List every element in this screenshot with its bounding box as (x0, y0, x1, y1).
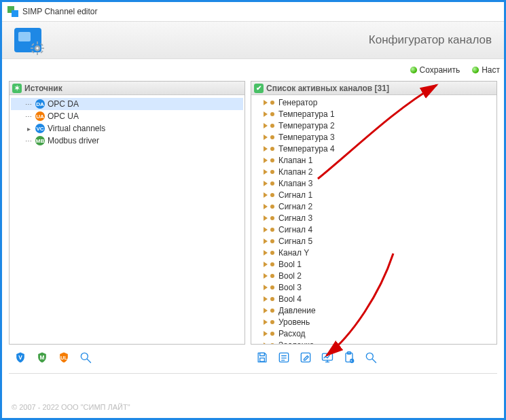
channel-item[interactable]: Сигнал 3 (251, 212, 496, 224)
source-item[interactable]: ⋯UAOPC UA (11, 110, 243, 122)
tag-icon (264, 192, 269, 198)
tag-icon (264, 146, 269, 152)
search-icon (79, 351, 92, 364)
status-dot-icon (472, 67, 479, 73)
channel-item[interactable]: Уровень (251, 316, 496, 328)
protocol-icon: UA (35, 111, 45, 121)
shield-m-button[interactable]: M (35, 350, 50, 365)
svg-rect-7 (31, 50, 34, 53)
svg-point-9 (36, 47, 38, 49)
chart-button[interactable] (320, 350, 335, 365)
channel-item[interactable]: Bool 2 (251, 270, 496, 281)
channel-item[interactable]: Температура 2 (251, 120, 496, 131)
active-channels-list[interactable]: ГенераторТемпература 1Температура 2Темпе… (251, 95, 496, 344)
protocol-icon: VC (35, 124, 45, 133)
source-item[interactable]: ⋯MBModbus driver (11, 135, 243, 147)
tag-icon (264, 181, 269, 186)
tag-icon (264, 250, 269, 256)
source-item-label: Virtual channels (48, 124, 105, 133)
tag-icon (270, 251, 274, 255)
channel-item[interactable]: Клапан 1 (251, 154, 496, 166)
svg-line-14 (88, 360, 91, 363)
shield-ul-button[interactable]: UL (56, 350, 71, 365)
channel-item[interactable]: Температура 3 (251, 131, 496, 143)
tag-icon (270, 205, 274, 209)
save-button[interactable]: Сохранить (410, 65, 460, 75)
channel-item[interactable]: Сигнал 1 (251, 189, 496, 200)
settings-label: Наст (482, 65, 500, 75)
tag-icon (264, 135, 269, 140)
footer-copyright: © 2007 - 2022 ООО "СИМП ЛАЙТ" (12, 403, 130, 411)
tag-icon (264, 273, 269, 279)
tag-icon (270, 309, 274, 313)
save-label: Сохранить (420, 65, 460, 75)
source-tree[interactable]: ⋯DAOPC DA⋯UAOPC UA▸VCVirtual channels⋯MB… (10, 95, 245, 344)
source-panel-header: ✶ Источник (10, 82, 245, 95)
channel-label: Давление (278, 306, 316, 315)
svg-rect-3 (31, 48, 33, 49)
channel-item[interactable]: Bool 3 (251, 281, 496, 293)
search-button[interactable] (78, 350, 93, 365)
channel-item[interactable]: Сигнал 5 (251, 235, 496, 247)
channel-item[interactable]: Температура 1 (251, 108, 496, 120)
channel-label: Bool 3 (278, 283, 302, 292)
chart-icon (321, 351, 334, 364)
active-panel-header: ✔ Список активных каналов [31] (251, 82, 496, 95)
channel-label: Температура 1 (278, 109, 335, 119)
divider (9, 373, 497, 374)
channel-item[interactable]: Клапан 3 (251, 177, 496, 189)
channel-item[interactable]: Заслонка (251, 339, 496, 344)
tag-icon (270, 343, 274, 345)
source-item[interactable]: ⋯DAOPC DA (11, 98, 243, 110)
tag-icon (264, 262, 269, 267)
tag-icon (270, 297, 274, 301)
channel-item[interactable]: Расход (251, 328, 496, 339)
search-button[interactable] (363, 350, 378, 365)
channel-item[interactable]: Температура 4 (251, 143, 496, 154)
channel-item[interactable]: Канал Y (251, 247, 496, 258)
edit-icon (299, 351, 312, 364)
svg-text:M: M (40, 354, 45, 361)
channel-item[interactable]: Сигнал 4 (251, 224, 496, 235)
channel-label: Температура 2 (278, 121, 335, 130)
expand-icon[interactable]: ▸ (24, 125, 33, 133)
tag-icon (264, 319, 269, 325)
shield-v-button[interactable]: V (13, 350, 28, 365)
tag-icon (270, 262, 274, 266)
tag-icon (270, 193, 274, 197)
source-item[interactable]: ▸VCVirtual channels (11, 122, 243, 135)
tag-icon (270, 216, 274, 220)
channel-label: Сигнал 3 (278, 213, 312, 223)
svg-text:V: V (18, 354, 22, 361)
tag-icon (270, 320, 274, 324)
channel-item[interactable]: Bool 4 (251, 293, 496, 304)
edit-button[interactable] (298, 350, 313, 365)
save-disk-button[interactable] (255, 350, 270, 365)
channel-label: Уровень (278, 317, 310, 327)
settings-button[interactable]: Наст (472, 65, 500, 75)
channel-label: Клапан 2 (278, 167, 312, 177)
tag-icon (270, 101, 274, 105)
channel-item[interactable]: Клапан 2 (251, 166, 496, 177)
channel-label: Bool 1 (278, 260, 302, 269)
tag-icon (264, 158, 269, 163)
tag-icon (270, 135, 274, 139)
svg-point-28 (366, 353, 373, 360)
tag-icon (270, 274, 274, 278)
shield-ul-icon: UL (57, 351, 71, 364)
props-button[interactable] (276, 350, 291, 365)
svg-rect-22 (323, 353, 333, 360)
clipboard-button[interactable] (342, 350, 357, 365)
check-icon: ✔ (254, 84, 264, 93)
channel-item[interactable]: Сигнал 2 (251, 200, 496, 212)
channel-item[interactable]: Давление (251, 304, 496, 316)
channel-item[interactable]: Bool 1 (251, 258, 496, 270)
shield-m-icon: M (35, 351, 49, 364)
channel-label: Сигнал 5 (278, 237, 312, 246)
tag-icon (270, 239, 274, 243)
source-panel: ✶ Источник ⋯DAOPC DA⋯UAOPC UA▸VCVirtual … (9, 81, 245, 345)
channel-item[interactable]: Генератор (251, 97, 496, 108)
protocol-icon: MB (35, 136, 45, 145)
tag-icon (264, 343, 269, 345)
svg-rect-1 (37, 41, 38, 44)
